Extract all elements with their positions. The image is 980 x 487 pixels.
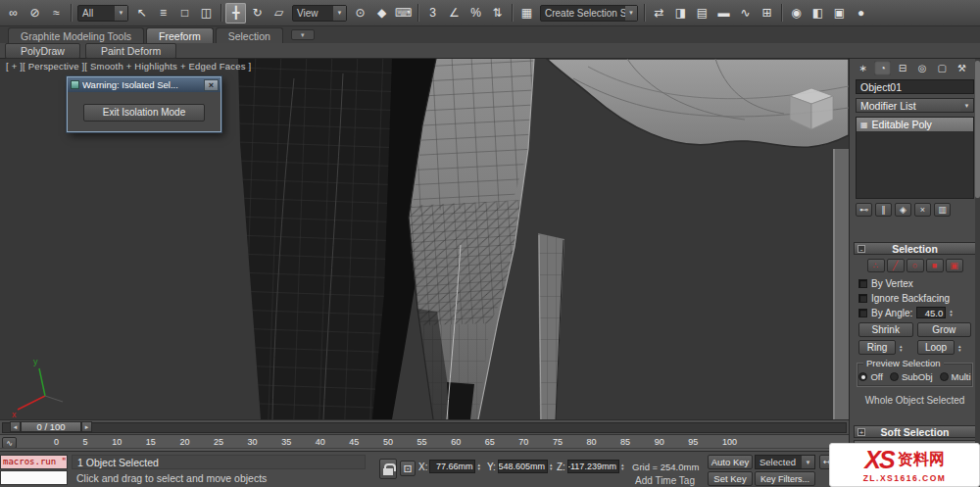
panel-scrollbar[interactable] <box>975 59 980 451</box>
viewport-label[interactable]: [ + ][ Perspective ][ Smooth + Highlight… <box>6 61 251 72</box>
curve-editor-icon[interactable]: ∿ <box>735 3 756 24</box>
ribbon-panel-button[interactable]: PolyDraw <box>5 43 80 59</box>
layer-manager-icon[interactable]: ▤ <box>692 3 712 24</box>
dialog-title-bar[interactable]: Warning: Isolated Sel... × <box>68 77 220 92</box>
selection-filter-dropdown[interactable]: All <box>77 5 128 22</box>
track-bar[interactable]: ∿ 05101520253035404550556065707580859095… <box>0 434 849 451</box>
maxscript-listener-input[interactable] <box>0 470 68 485</box>
maxscript-mini-listener[interactable]: macros.run "Ed <box>0 455 68 469</box>
polygon-mode-icon[interactable]: ■ <box>926 259 944 272</box>
window-crossing-icon[interactable]: ◫ <box>196 3 217 24</box>
mirror-icon[interactable]: ⇄ <box>649 3 669 24</box>
z-coordinate-field[interactable]: -117.239mm <box>567 460 619 473</box>
panel-tab-utilities-icon[interactable]: ⚒ <box>954 61 970 75</box>
render-setup-icon[interactable]: ◧ <box>808 3 828 24</box>
modifier-stack-entry[interactable]: ▦ Editable Poly <box>857 118 973 131</box>
rendered-frame-window-icon[interactable]: ▣ <box>829 3 850 24</box>
rollout-header[interactable]: + Soft Selection <box>854 425 976 438</box>
ring-spinner[interactable] <box>900 344 907 352</box>
angle-spinner[interactable] <box>950 309 957 317</box>
edit-named-selection-sets-icon[interactable]: ▦ <box>516 3 537 24</box>
modifier-list-dropdown[interactable]: Modifier List <box>856 98 974 113</box>
panel-tab-create-icon[interactable]: ∗ <box>855 61 871 75</box>
selection-lock-toggle[interactable] <box>379 459 397 479</box>
ribbon-tab[interactable]: Freeform <box>146 27 214 43</box>
spinner-snap-icon[interactable]: ⇅ <box>487 3 508 24</box>
select-and-scale-icon[interactable]: ▱ <box>269 3 289 24</box>
dialog-close-button[interactable]: × <box>204 79 219 91</box>
edge-mode-icon[interactable]: ╱ <box>887 259 905 272</box>
select-object-icon[interactable]: ↖ <box>131 3 152 24</box>
x-spinner[interactable] <box>477 463 485 470</box>
preview-radio[interactable]: Off <box>858 371 883 382</box>
selection-rollout-header[interactable]: - Selection <box>854 242 976 255</box>
time-slider-track[interactable] <box>2 422 847 433</box>
render-production-icon[interactable]: ● <box>851 3 871 24</box>
pin-stack-icon[interactable]: ⊷ <box>856 203 872 217</box>
modifier-stack[interactable]: ▦ Editable Poly <box>856 117 974 199</box>
ribbon-panel-button[interactable]: Paint Deform <box>85 43 176 59</box>
exit-isolation-mode-button[interactable]: Exit Isolation Mode <box>83 104 205 122</box>
shrink-button[interactable]: Shrink <box>858 322 913 337</box>
auto-key-button[interactable]: Auto Key <box>708 455 753 469</box>
panel-tab-motion-icon[interactable]: ◎ <box>914 61 931 75</box>
panel-tab-modify-icon[interactable]: ◔ <box>874 61 891 75</box>
keyboard-shortcut-override-icon[interactable]: ⌨ <box>393 3 414 24</box>
time-slider-handle[interactable]: 0 / 100 <box>10 421 92 432</box>
z-spinner[interactable] <box>621 463 629 470</box>
select-and-link-icon[interactable]: ∞ <box>3 3 24 24</box>
select-and-manipulate-icon[interactable]: ◆ <box>371 3 392 24</box>
next-frame-arrow-icon[interactable] <box>81 421 92 432</box>
show-end-result-icon[interactable]: ∥ <box>875 203 892 217</box>
ring-button[interactable]: Ring <box>858 340 896 355</box>
make-unique-icon[interactable]: ◈ <box>895 203 911 217</box>
named-selection-set-dropdown[interactable]: Create Selection Se <box>540 5 638 22</box>
unlink-selection-icon[interactable]: ⊘ <box>24 3 45 24</box>
perspective-viewport[interactable]: x y [ + ][ Perspective ][ Smooth + Highl… <box>0 59 849 419</box>
percent-snap-icon[interactable]: % <box>466 3 486 24</box>
absolute-mode-toggle[interactable]: ⊡ <box>400 461 416 476</box>
align-icon[interactable]: ◨ <box>670 3 691 24</box>
loop-spinner[interactable] <box>958 344 966 352</box>
current-frame-label[interactable]: 0 / 100 <box>21 421 81 432</box>
y-coordinate-field[interactable]: 548.605mm <box>498 460 548 473</box>
grow-button[interactable]: Grow <box>917 322 972 337</box>
x-coordinate-field[interactable]: 77.66mm <box>429 460 475 473</box>
key-set-dropdown[interactable]: Selected <box>755 455 815 469</box>
scrollbar-thumb[interactable] <box>975 61 980 198</box>
loop-button[interactable]: Loop <box>917 340 955 355</box>
preview-radio[interactable]: Multi <box>940 371 971 382</box>
by-angle-checkbox[interactable]: By Angle: 45.0 <box>850 306 980 319</box>
prev-frame-arrow-icon[interactable] <box>10 421 21 432</box>
remove-modifier-icon[interactable]: × <box>914 203 931 217</box>
panel-tab-display-icon[interactable]: ▢ <box>934 61 951 75</box>
snaps-toggle-icon[interactable]: 3 <box>422 3 443 24</box>
select-by-name-icon[interactable]: ≡ <box>153 3 173 24</box>
ignore-backfacing-checkbox[interactable]: Ignore Backfacing <box>850 291 980 305</box>
reference-coordinate-dropdown[interactable]: View <box>292 5 347 22</box>
by-vertex-checkbox[interactable]: By Vertex <box>850 276 980 290</box>
element-mode-icon[interactable]: ▣ <box>946 259 963 272</box>
material-editor-icon[interactable]: ◉ <box>786 3 807 24</box>
select-and-move-icon[interactable]: ╋ <box>225 3 246 24</box>
angle-value-field[interactable]: 45.0 <box>916 307 946 318</box>
ribbon-tab[interactable]: Selection <box>216 27 283 43</box>
use-pivot-point-center-icon[interactable]: ⊙ <box>350 3 370 24</box>
vertex-mode-icon[interactable]: ∴ <box>867 259 885 272</box>
preview-radio[interactable]: SubObj <box>890 371 933 382</box>
ribbon-tab[interactable]: Graphite Modeling Tools <box>8 27 144 43</box>
time-slider[interactable]: 0 / 100 <box>0 419 849 434</box>
object-name-field[interactable]: Object01 <box>856 79 974 94</box>
set-key-button[interactable]: Set Key <box>708 471 753 486</box>
ribbon-minimize-button[interactable] <box>291 29 315 40</box>
border-mode-icon[interactable]: ○ <box>906 259 924 272</box>
angle-snap-icon[interactable]: ∠ <box>444 3 465 24</box>
panel-tab-hierarchy-icon[interactable]: ⊟ <box>894 61 910 75</box>
select-and-rotate-icon[interactable]: ↻ <box>247 3 268 24</box>
schematic-view-icon[interactable]: ⊞ <box>757 3 777 24</box>
add-time-tag-button[interactable]: Add Time Tag <box>635 475 695 486</box>
configure-modifier-sets-icon[interactable]: ▥ <box>934 203 951 217</box>
graphite-ribbon-toggle-icon[interactable]: ▬ <box>713 3 734 24</box>
rectangular-selection-region-icon[interactable]: □ <box>174 3 195 24</box>
bind-to-space-warp-icon[interactable]: ≈ <box>46 3 67 24</box>
